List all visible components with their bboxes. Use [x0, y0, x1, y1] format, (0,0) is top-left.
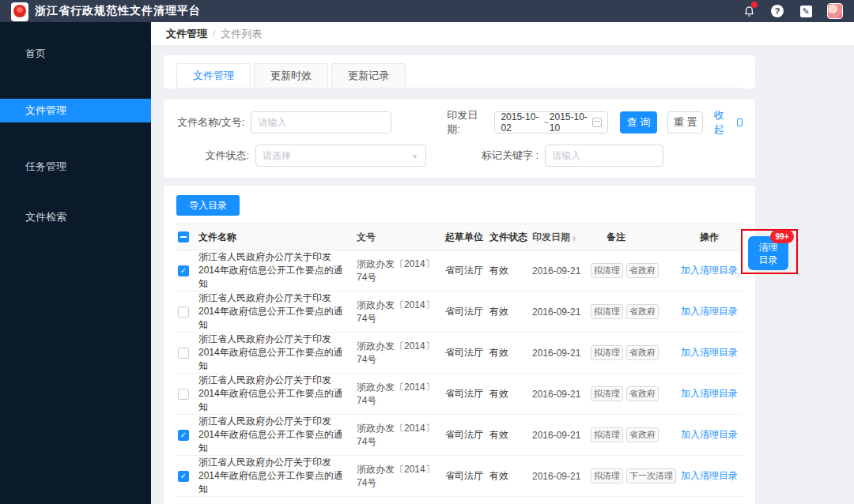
doc-status: 有效 [488, 428, 531, 442]
row-checkbox[interactable]: ✓ [178, 430, 189, 441]
keyword-input[interactable] [545, 145, 663, 167]
remark-tags: 拟清理省政府 [589, 386, 676, 401]
remark-tags: 拟清理省政府 [589, 263, 676, 278]
row-checkbox[interactable]: ✓ [178, 471, 189, 482]
edit-icon[interactable]: ✎ [799, 4, 813, 18]
remark-tag: 省政府 [626, 263, 659, 278]
table-card: 导入目录 文件名称 文号 起草单位 文件状态 印发日期▲▼ 备注 操作 ✓浙江省… [164, 186, 755, 504]
table-row: 浙江省人民政府办公厅关于印发2014年政府信息公开工作要点的通知浙政办发〔201… [176, 291, 743, 333]
remark-tags: 拟清理省政府 [589, 304, 676, 319]
keyword-label: 标记关键字 : [482, 149, 538, 163]
sidebar-item-file-management[interactable]: 文件管理 [0, 99, 151, 122]
col-issue-date[interactable]: 印发日期▲▼ [531, 231, 589, 244]
doc-number: 浙政办发〔2014〕74号 [355, 381, 444, 408]
tab-file-management[interactable]: 文件管理 [176, 63, 251, 88]
help-icon[interactable]: ? [770, 4, 784, 18]
doc-title: 浙江省人民政府办公厅关于印发2014年政府信息公开工作要点的通知 [197, 415, 355, 455]
select-all-checkbox[interactable] [178, 231, 189, 243]
add-to-cleanup-link[interactable]: 加入清理目录 [681, 470, 738, 481]
tab-update-validity[interactable]: 更新时效 [254, 63, 328, 88]
table-row: 浙江省人民政府办公厅关于印发2014年政府信息公开工作要点的通知浙政办发〔201… [176, 374, 743, 415]
doc-status: 有效 [488, 305, 531, 318]
col-doc-status: 文件状态 [488, 231, 531, 244]
doc-name-label: 文件名称/文号: [176, 115, 244, 130]
issue-date: 2016-09-21 [531, 307, 589, 318]
doc-status-label: 文件状态: [176, 149, 249, 163]
remark-tag: 省政府 [626, 386, 659, 401]
row-checkbox[interactable] [178, 348, 189, 359]
remark-tag: 省政府 [626, 427, 659, 442]
breadcrumb-current: 文件列表 [221, 27, 262, 41]
col-doc-name: 文件名称 [197, 231, 355, 244]
add-to-cleanup-link[interactable]: 加入清理目录 [681, 429, 738, 440]
table-row: ✓浙江省人民政府办公厅关于印发2014年政府信息公开工作要点的通知浙政办发〔20… [176, 415, 743, 456]
issue-date-label: 印发日期: [447, 108, 488, 137]
draft-unit: 省司法厅 [444, 264, 488, 277]
sidebar-nav: 首页 文件管理 任务管理 文件检索 [0, 22, 151, 504]
app-header: 浙江省行政规范性文件清理平台 ? ✎ [0, 0, 854, 22]
remark-tag: 拟清理 [591, 468, 623, 483]
remark-tag: 拟清理 [591, 304, 623, 319]
remark-tags: 拟清理下一次清理 [589, 468, 676, 483]
doc-number: 浙政办发〔2014〕74号 [355, 258, 444, 284]
row-checkbox[interactable]: ✓ [178, 265, 189, 276]
table-header-row: 文件名称 文号 起草单位 文件状态 印发日期▲▼ 备注 操作 [176, 224, 743, 250]
row-checkbox[interactable] [178, 307, 189, 318]
issue-date: 2016-09-21 [531, 471, 589, 482]
pagination-bar: 共 400 条记录 第 1 / 80 页 ‹ 123456789 › 10条/页… [176, 497, 743, 504]
col-draft-unit: 起草单位 [444, 231, 488, 244]
doc-title: 浙江省人民政府办公厅关于印发2014年政府信息公开工作要点的通知 [197, 250, 355, 291]
doc-name-input[interactable] [251, 111, 391, 134]
doc-number: 浙政办发〔2014〕74号 [355, 340, 444, 367]
search-button[interactable]: 查 询 [620, 111, 657, 134]
select-placeholder: 请选择 [263, 149, 291, 163]
draft-unit: 省司法厅 [444, 428, 488, 442]
doc-status: 有效 [488, 387, 531, 401]
add-to-cleanup-link[interactable]: 加入清理目录 [681, 388, 738, 399]
add-to-cleanup-link[interactable]: 加入清理目录 [681, 347, 738, 358]
sort-icon[interactable]: ▲▼ [572, 235, 576, 242]
date-range-picker[interactable]: 2015-10-02 ~ 2015-10-10 [494, 111, 608, 134]
chevron-down-icon: ∨ [412, 152, 418, 160]
table-row: ✓浙江省人民政府办公厅关于印发2014年政府信息公开工作要点的通知浙政办发〔20… [176, 456, 743, 497]
sidebar-item-file-search[interactable]: 文件检索 [0, 205, 151, 229]
breadcrumb-parent[interactable]: 文件管理 [166, 27, 207, 41]
notification-dot [751, 2, 758, 8]
sidebar-item-home[interactable]: 首页 [0, 42, 151, 66]
issue-date: 2016-09-21 [531, 265, 589, 276]
table-body: ✓浙江省人民政府办公厅关于印发2014年政府信息公开工作要点的通知浙政办发〔20… [176, 250, 743, 497]
breadcrumb: 文件管理 / 文件列表 [151, 22, 854, 46]
reset-button[interactable]: 重 置 [667, 111, 703, 134]
user-avatar[interactable] [827, 3, 843, 19]
draft-unit: 省司法厅 [444, 387, 488, 401]
collapse-link[interactable]: 收起 [713, 108, 743, 137]
calendar-icon [592, 118, 602, 127]
issue-date: 2016-09-21 [531, 389, 589, 400]
import-directory-button[interactable]: 导入目录 [176, 195, 240, 216]
remark-tag: 省政府 [626, 345, 659, 360]
sidebar-item-task-management[interactable]: 任务管理 [0, 155, 151, 179]
doc-status: 有效 [488, 264, 531, 277]
remark-tag: 拟清理 [591, 427, 623, 442]
doc-number: 浙政办发〔2014〕74号 [355, 463, 444, 490]
issue-date: 2016-09-21 [531, 348, 589, 359]
issue-date: 2016-09-21 [531, 430, 589, 441]
remark-tags: 拟清理省政府 [589, 427, 676, 442]
notification-bell-icon[interactable] [742, 4, 756, 18]
doc-number: 浙政办发〔2014〕74号 [355, 299, 444, 325]
doc-status: 有效 [488, 346, 531, 359]
doc-status-select[interactable]: 请选择 ∨ [255, 145, 426, 167]
tab-update-record[interactable]: 更新记录 [331, 63, 406, 88]
national-emblem-logo [11, 2, 28, 21]
add-to-cleanup-link[interactable]: 加入清理目录 [681, 265, 738, 276]
count-badge: 99+ [770, 230, 794, 243]
table-row: ✓浙江省人民政府办公厅关于印发2014年政府信息公开工作要点的通知浙政办发〔20… [176, 250, 743, 291]
date-start-value[interactable]: 2015-10-02 [501, 111, 543, 134]
date-end-value[interactable]: 2015-10-10 [550, 111, 592, 134]
remark-tag: 省政府 [626, 304, 659, 319]
col-remark: 备注 [589, 231, 676, 244]
row-checkbox[interactable] [178, 389, 189, 400]
filter-panel: 文件名称/文号: 印发日期: 2015-10-02 ~ 2015-10-10 查… [164, 100, 755, 178]
add-to-cleanup-link[interactable]: 加入清理目录 [681, 306, 738, 317]
doc-status: 有效 [488, 469, 531, 483]
